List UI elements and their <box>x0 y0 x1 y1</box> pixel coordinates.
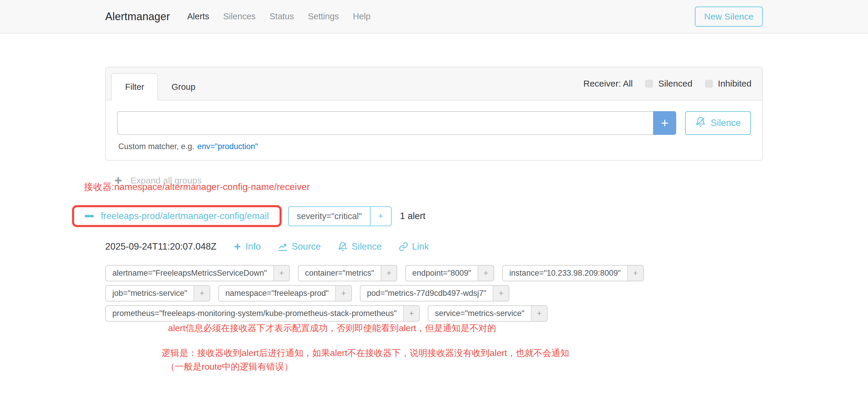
annotation-receiver-note: 接收器:namespace/altermanager-config-name/r… <box>84 181 763 193</box>
alert-source-label: Source <box>292 241 321 252</box>
matcher-hint: Custom matcher, e.g.env="production" <box>117 142 751 151</box>
label-chip: prometheus="freeleaps-monitoring-system/… <box>105 305 420 321</box>
label-value[interactable]: pod="metrics-77d9cdb497-wdsj7" <box>361 286 493 301</box>
filter-options: Receiver: All Silenced Inhibited <box>583 79 751 89</box>
label-chip: instance="10.233.98.209:8009" + <box>502 265 644 281</box>
silenced-checkbox-item[interactable]: Silenced <box>645 79 692 89</box>
annotation-logic-note: 逻辑是：接收器收到alert后进行通知，如果alert不在接收器下，说明接收器没… <box>161 346 763 373</box>
label-chip: alertname="FreeleapsMetricsServiceDown" … <box>105 265 290 281</box>
label-add-button[interactable]: + <box>193 286 210 301</box>
filter-card: Filter Group Receiver: All Silenced Inhi… <box>105 67 763 161</box>
tab-group[interactable]: Group <box>158 73 209 100</box>
label-chip: namespace="freeleaps-prod" + <box>218 285 351 302</box>
add-matcher-button[interactable]: + <box>653 111 676 135</box>
silenced-checkbox-label: Silenced <box>658 79 692 89</box>
matcher-input-group: + <box>117 111 676 135</box>
group-matcher-label: severity="critical" <box>289 207 370 225</box>
alert-silence-label: Silence <box>351 241 382 252</box>
inhibited-checkbox-label: Inhibited <box>718 79 751 89</box>
top-bar: Alertmanager Alerts Silences Status Sett… <box>0 0 868 33</box>
filter-tabs: Filter Group <box>111 73 209 100</box>
nav-silences[interactable]: Silences <box>223 11 256 21</box>
label-add-button[interactable]: + <box>335 286 351 301</box>
label-value[interactable]: endpoint="8009" <box>406 266 478 281</box>
label-add-button[interactable]: + <box>381 266 397 281</box>
alert-item: 2025-09-24T11:20:07.048Z Info <box>105 241 763 373</box>
alert-silence-button[interactable]: Silence <box>338 241 382 252</box>
annotation-logic-line2: （一般是route中的逻辑有错误） <box>161 360 763 373</box>
annotation-highlight-box: freeleaps-prod/alertmanager-config/email <box>72 205 282 227</box>
silence-from-filter-button[interactable]: Silence <box>685 111 751 135</box>
label-chip: service="metrics-service" + <box>428 305 548 321</box>
new-silence-button[interactable]: New Silence <box>695 6 763 27</box>
app-title: Alertmanager <box>105 10 170 23</box>
label-chip: job="metrics-service" + <box>105 285 210 302</box>
matcher-example-link[interactable]: env="production" <box>197 142 258 151</box>
annotation-alert-note: alert信息必须在接收器下才表示配置成功，否则即使能看到alert，但是通知是… <box>168 322 763 334</box>
main-nav: Alerts Silences Status Settings Help <box>187 11 371 21</box>
bell-slash-icon <box>695 117 706 129</box>
alert-timestamp: 2025-09-24T11:20:07.048Z <box>105 241 216 252</box>
tab-filter[interactable]: Filter <box>111 73 158 100</box>
label-value[interactable]: container="metrics" <box>299 266 381 281</box>
chart-icon <box>278 242 288 252</box>
group-matcher-chip: severity="critical" + <box>288 206 392 226</box>
label-add-button[interactable]: + <box>627 266 643 281</box>
label-value[interactable]: job="metrics-service" <box>106 286 193 301</box>
inhibited-checkbox[interactable] <box>705 80 713 88</box>
label-add-button[interactable]: + <box>403 306 419 321</box>
alert-groups-section: Expand all groups 接收器:namespace/alterman… <box>105 176 763 373</box>
label-value[interactable]: alertname="FreeleapsMetricsServiceDown" <box>106 266 273 281</box>
alert-info-label: Info <box>245 241 261 252</box>
nav-help[interactable]: Help <box>353 11 371 21</box>
receiver-group-row: freeleaps-prod/alertmanager-config/email… <box>72 205 763 227</box>
receiver-filter-label[interactable]: Receiver: All <box>583 79 633 89</box>
nav-alerts[interactable]: Alerts <box>187 11 209 21</box>
label-value[interactable]: prometheus="freeleaps-monitoring-system/… <box>106 306 403 321</box>
alert-source-link[interactable]: Source <box>278 241 321 252</box>
group-matcher-add-button[interactable]: + <box>370 207 391 225</box>
filter-card-header: Filter Group Receiver: All Silenced Inhi… <box>106 67 762 100</box>
alert-labels: alertname="FreeleapsMetricsServiceDown" … <box>105 265 763 321</box>
nav-settings[interactable]: Settings <box>308 11 339 21</box>
silence-button-label: Silence <box>711 118 741 128</box>
label-add-button[interactable]: + <box>493 286 509 301</box>
label-value[interactable]: service="metrics-service" <box>428 306 531 321</box>
receiver-group-link[interactable]: freeleaps-prod/alertmanager-config/email <box>101 211 269 221</box>
label-add-button[interactable]: + <box>477 266 494 281</box>
label-value[interactable]: namespace="freeleaps-prod" <box>219 286 335 301</box>
label-chip: endpoint="8009" + <box>405 265 494 281</box>
annotation-logic-line1: 逻辑是：接收器收到alert后进行通知，如果alert不在接收器下，说明接收器没… <box>161 346 763 360</box>
label-value[interactable]: instance="10.233.98.209:8009" <box>503 266 627 281</box>
alert-link-label: Link <box>412 241 429 252</box>
bell-slash-icon <box>338 242 348 252</box>
inhibited-checkbox-item[interactable]: Inhibited <box>705 79 751 89</box>
plus-icon <box>233 243 242 251</box>
alert-permalink[interactable]: Link <box>399 241 429 252</box>
nav-status[interactable]: Status <box>270 11 294 21</box>
alert-info-button[interactable]: Info <box>233 241 261 252</box>
link-icon <box>399 242 408 251</box>
label-chip: container="metrics" + <box>298 265 397 281</box>
alert-count: 1 alert <box>400 211 425 221</box>
label-chip: pod="metrics-77d9cdb497-wdsj7" + <box>360 285 509 302</box>
matcher-input[interactable] <box>117 111 653 135</box>
label-add-button[interactable]: + <box>531 306 547 321</box>
matcher-hint-text: Custom matcher, e.g. <box>118 142 194 151</box>
filter-card-body: + Silence Custom matcher, e.g.env="produ… <box>106 100 762 160</box>
silenced-checkbox[interactable] <box>645 80 653 88</box>
label-add-button[interactable]: + <box>273 266 289 281</box>
collapse-minus-icon[interactable] <box>85 215 94 217</box>
